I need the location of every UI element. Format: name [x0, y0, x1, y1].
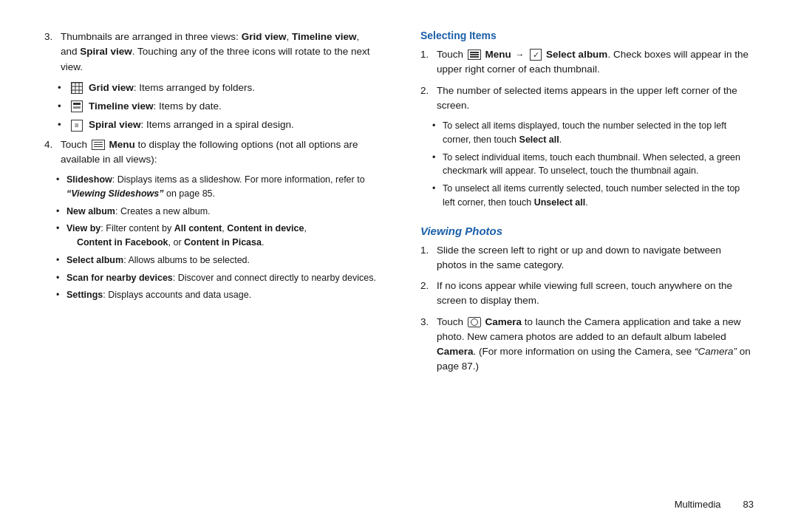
sel-item-1-number: 1.: [420, 47, 432, 78]
timeline-view-icon: [71, 100, 83, 112]
settings-text: Settings: Displays accounts and data usa…: [66, 288, 251, 302]
sel-item-1: 1. Touch Menu → ✓ Select album. Check bo…: [420, 47, 754, 78]
scan-devices-text: Scan for nearby devices: Discover and co…: [66, 271, 376, 285]
slideshow-text: Slideshow: Displays items as a slideshow…: [66, 173, 378, 201]
view-item-1-text: Slide the screen left to right or up and…: [437, 243, 754, 273]
view-item-3-number: 3.: [420, 315, 432, 375]
sub-bullet-dot: •: [56, 288, 62, 302]
grid-view-label: Grid view: [242, 31, 287, 42]
bullet-dot: •: [58, 117, 65, 132]
sel-sub3: • To unselect all items currently select…: [432, 182, 754, 210]
view-by-text: View by: Filter content by All content, …: [66, 222, 307, 250]
spiral-bullet: • ≡ Spiral view: Items arranged in a spi…: [58, 117, 378, 132]
grid-view-icon: [71, 82, 83, 94]
timeline-icon: [69, 99, 84, 114]
slideshow-link: “Viewing Slideshows”: [66, 188, 164, 199]
selecting-items-heading: Selecting Items: [420, 30, 754, 41]
spiral-view-label: Spiral view: [80, 46, 132, 57]
item-3: 3. Thumbnails are arranged in three view…: [44, 30, 378, 75]
item-3-number: 3.: [44, 30, 56, 75]
sub-bullet-dot: •: [432, 182, 438, 210]
sel-item-2-text: The number of selected items appears in …: [437, 83, 754, 114]
content-area: 3. Thumbnails are arranged in three view…: [44, 30, 754, 491]
sel-sub2: • To select individual items, touch each…: [432, 151, 754, 179]
sel-item-1-text: Touch Menu → ✓ Select album. Check boxes…: [437, 47, 754, 78]
sel-sub3-text: To unselect all items currently selected…: [443, 182, 754, 210]
view-item-2-text: If no icons appear while viewing full sc…: [437, 279, 754, 309]
view-item-1-number: 1.: [420, 243, 432, 273]
view-item-2: 2. If no icons appear while viewing full…: [420, 279, 754, 309]
spiral-icon: ≡: [69, 117, 84, 132]
item-4-number: 4.: [44, 137, 56, 168]
selecting-subbullets: • To select all items displayed, touch t…: [432, 119, 754, 210]
footer: Multimedia 83: [44, 491, 754, 510]
item-4: 4. Touch Menu to display the following o…: [44, 137, 378, 168]
sub-bullet-dot: •: [432, 119, 438, 147]
camera-icon: [468, 317, 481, 327]
timeline-view-label: Timeline view: [292, 31, 357, 42]
new-album-bullet: • New album: Creates a new album.: [56, 205, 378, 219]
footer-page: 83: [743, 499, 754, 510]
page: 3. Thumbnails are arranged in three view…: [0, 0, 798, 532]
menu-icon-right: [468, 50, 481, 60]
timeline-bullet-text: Timeline view: Items by date.: [89, 99, 222, 114]
sel-sub2-text: To select individual items, touch each t…: [443, 151, 754, 179]
spiral-view-icon: ≡: [71, 120, 83, 132]
view-item-3-text: Touch Camera to launch the Camera applic…: [437, 315, 754, 375]
bullet-dot: •: [58, 99, 65, 114]
right-column: Selecting Items 1. Touch Menu → ✓ Select…: [420, 30, 754, 491]
sub-bullet-dot: •: [56, 205, 62, 219]
sel-item-2-number: 2.: [420, 83, 432, 114]
view-item-2-number: 2.: [420, 279, 432, 309]
sub-bullet-dot: •: [56, 173, 62, 201]
view-by-bullet: • View by: Filter content by All content…: [56, 222, 378, 250]
sub-bullet-dot: •: [56, 253, 62, 267]
new-album-text: New album: Creates a new album.: [66, 205, 211, 219]
sub-bullet-dot: •: [56, 222, 62, 250]
sel-item-2: 2. The number of selected items appears …: [420, 83, 754, 114]
item-3-text: Thumbnails are arranged in three views: …: [61, 30, 378, 75]
timeline-bullet: • Timeline view: Items by date.: [58, 99, 378, 114]
grid-bullet-text: Grid view: Items arranged by folders.: [89, 81, 255, 95]
menu-icon: [92, 140, 105, 150]
settings-bullet: • Settings: Displays accounts and data u…: [56, 288, 378, 302]
spiral-bullet-text: Spiral view: Items arranged in a spiral …: [89, 117, 294, 132]
footer-label: Multimedia: [675, 499, 721, 510]
left-column: 3. Thumbnails are arranged in three view…: [44, 30, 385, 491]
arrow-icon: →: [516, 50, 525, 60]
sel-sub1-text: To select all items displayed, touch the…: [443, 119, 754, 147]
grid-icon: [69, 81, 84, 95]
bullet-dot: •: [58, 81, 65, 95]
view-item-1: 1. Slide the screen left to right or up …: [420, 243, 754, 273]
slideshow-bullet: • Slideshow: Displays items as a slidesh…: [56, 173, 378, 201]
scan-devices-bullet: • Scan for nearby devices: Discover and …: [56, 271, 378, 285]
item-4-text: Touch Menu to display the following opti…: [61, 137, 378, 168]
view-bullets: • Grid view: Items arranged by folders. …: [58, 81, 378, 133]
sub-bullet-dot: •: [432, 151, 438, 179]
select-album-text: Select album: Allows albums to be select…: [66, 253, 250, 267]
select-album-bullet: • Select album: Allows albums to be sele…: [56, 253, 378, 267]
item-4-subbullets: • Slideshow: Displays items as a slidesh…: [56, 173, 378, 302]
sel-sub1: • To select all items displayed, touch t…: [432, 119, 754, 147]
view-item-3: 3. Touch Camera to launch the Camera app…: [420, 315, 754, 375]
checkmark-icon: ✓: [530, 49, 542, 61]
viewing-photos-heading: Viewing Photos: [420, 225, 754, 237]
sub-bullet-dot: •: [56, 271, 62, 285]
grid-bullet: • Grid view: Items arranged by folders.: [58, 81, 378, 95]
